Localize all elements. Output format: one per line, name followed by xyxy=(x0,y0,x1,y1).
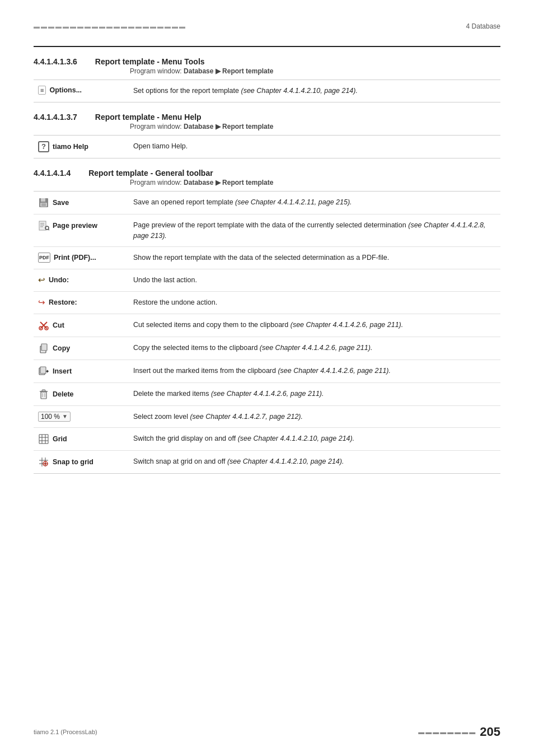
svg-rect-18 xyxy=(41,392,46,399)
section-heading-1: 4.4.1.4.1.3.7 Report template - Menu Hel… xyxy=(34,113,500,122)
row-label-1-0: tiamo Help xyxy=(53,143,88,151)
cell-left-2-11: Snap to grid xyxy=(34,455,129,469)
table-row: InsertInsert out the marked items from t… xyxy=(34,360,500,383)
svg-rect-4 xyxy=(39,221,46,230)
save-icon xyxy=(38,197,49,208)
table-row: ?tiamo HelpOpen tiamo Help. xyxy=(34,136,500,158)
table-row: ≡Options...Set options for the report te… xyxy=(34,80,500,102)
section-heading-2: 4.4.1.4.1.4 Report template - General to… xyxy=(34,169,500,178)
row-label-2-11: Snap to grid xyxy=(53,458,93,466)
insert-icon xyxy=(38,366,49,377)
chapter-label: 4 Database xyxy=(466,22,500,30)
svg-line-9 xyxy=(48,229,49,230)
question-icon: ? xyxy=(38,141,49,152)
pdf-icon: PDF xyxy=(38,253,50,263)
row-label-2-1: Page preview xyxy=(53,222,97,230)
svg-rect-17 xyxy=(40,367,46,374)
section-number-1: 4.4.1.4.1.3.7 xyxy=(34,113,77,122)
cell-right-2-1: Page preview of the report template with… xyxy=(129,219,500,242)
footer: tiamo 2.1 (ProcessLab) ▬▬▬▬▬▬▬▬ 205 xyxy=(34,725,500,739)
top-dots: ▬▬▬▬▬▬▬▬▬▬▬▬▬▬▬▬▬▬▬▬▬ xyxy=(34,23,186,30)
cell-left-2-4: ↪Restore: xyxy=(34,296,129,309)
page-number: 205 xyxy=(480,725,500,739)
row-label-2-5: Cut xyxy=(53,321,64,329)
table-row: ↪Restore:Restore the undone action. xyxy=(34,292,500,314)
cell-right-2-10: Switch the grid display on and off (see … xyxy=(129,432,500,445)
svg-rect-5 xyxy=(40,223,44,224)
snap-icon xyxy=(38,456,49,468)
row-label-2-2: Print (PDF)... xyxy=(54,254,96,262)
svg-rect-3 xyxy=(41,203,46,206)
section-title-2: Report template - General toolbar xyxy=(88,169,213,178)
row-label-0-0: Options... xyxy=(49,86,82,94)
cell-left-2-5: Cut xyxy=(34,319,129,332)
sections-container: 4.4.1.4.1.3.6 Report template - Menu Too… xyxy=(34,57,500,474)
table-row: Snap to gridSwitch snap at grid on and o… xyxy=(34,451,500,473)
table-row: 100 %▼Select zoom level (see Chapter 4.4… xyxy=(34,406,500,428)
row-label-2-6: Copy xyxy=(53,344,70,352)
cell-right-2-6: Copy the selected items to the clipboard… xyxy=(129,342,500,354)
options-icon: ≡ xyxy=(38,86,46,95)
cell-left-2-0: Save xyxy=(34,196,129,209)
cell-left-1-0: ?tiamo Help xyxy=(34,140,129,153)
table-row: Page previewPage preview of the report t… xyxy=(34,214,500,248)
section-number-2: 4.4.1.4.1.4 xyxy=(34,169,71,178)
cell-left-2-10: Grid xyxy=(34,432,129,446)
table-row: PDFPrint (PDF)...Show the report templat… xyxy=(34,247,500,269)
table-row: CutCut selected items and copy them to t… xyxy=(34,314,500,337)
row-label-2-3: Undo: xyxy=(49,276,69,284)
svg-rect-6 xyxy=(40,225,44,226)
cell-left-2-2: PDFPrint (PDF)... xyxy=(34,251,129,264)
delete-icon xyxy=(38,389,49,400)
cell-right-2-3: Undo the last action. xyxy=(129,274,500,287)
undo-icon: ↩ xyxy=(38,275,45,285)
svg-rect-1 xyxy=(41,198,45,202)
top-bar: ▬▬▬▬▬▬▬▬▬▬▬▬▬▬▬▬▬▬▬▬▬ 4 Database xyxy=(34,22,500,30)
svg-point-36 xyxy=(44,463,46,465)
copy-icon xyxy=(38,343,49,354)
cell-left-2-3: ↩Undo: xyxy=(34,274,129,286)
top-divider xyxy=(34,46,500,47)
cell-right-2-0: Save an opened report template (see Chap… xyxy=(129,196,500,209)
cell-right-1-0: Open tiamo Help. xyxy=(129,140,500,153)
cut-icon xyxy=(38,320,49,331)
page: ▬▬▬▬▬▬▬▬▬▬▬▬▬▬▬▬▬▬▬▬▬ 4 Database 4.4.1.4… xyxy=(0,0,534,756)
footer-right: ▬▬▬▬▬▬▬▬ 205 xyxy=(418,725,500,739)
cell-right-2-4: Restore the undone action. xyxy=(129,296,500,309)
table-row: ↩Undo:Undo the last action. xyxy=(34,269,500,292)
table-row: GridSwitch the grid display on and off (… xyxy=(34,428,500,451)
cell-right-2-9: Select zoom level (see Chapter 4.4.1.4.2… xyxy=(129,410,500,423)
cell-left-2-6: Copy xyxy=(34,342,129,355)
cell-right-2-5: Cut selected items and copy them to the … xyxy=(129,319,500,332)
cell-left-2-7: Insert xyxy=(34,365,129,378)
cell-right-2-8: Delete the marked items (see Chapter 4.4… xyxy=(129,388,500,400)
cell-right-2-2: Show the report template with the data o… xyxy=(129,251,500,264)
section-heading-0: 4.4.1.4.1.3.6 Report template - Menu Too… xyxy=(34,57,500,66)
cell-left-2-9: 100 %▼ xyxy=(34,410,129,423)
footer-left: tiamo 2.1 (ProcessLab) xyxy=(34,729,97,735)
row-label-2-0: Save xyxy=(53,199,69,207)
section-subtitle-1: Program window: Database ▶ Report templa… xyxy=(130,123,500,130)
cell-right-0-0: Set options for the report template (see… xyxy=(129,85,500,97)
cell-right-2-11: Switch snap at grid on and off (see Chap… xyxy=(129,455,500,468)
table-row: SaveSave an opened report template (see … xyxy=(34,192,500,214)
section-number-0: 4.4.1.4.1.3.6 xyxy=(34,57,77,66)
section-subtitle-0: Program window: Database ▶ Report templa… xyxy=(130,67,500,75)
cell-left-2-1: Page preview xyxy=(34,219,129,232)
cell-right-2-7: Insert out the marked items from the cli… xyxy=(129,365,500,377)
row-label-2-10: Grid xyxy=(53,435,67,443)
row-label-2-8: Delete xyxy=(53,390,74,398)
section-title-0: Report template - Menu Tools xyxy=(95,57,205,66)
row-label-2-4: Restore: xyxy=(49,298,77,306)
cell-left-0-0: ≡Options... xyxy=(34,85,129,96)
section-table-1: ?tiamo HelpOpen tiamo Help. xyxy=(34,135,500,158)
section-table-2: SaveSave an opened report template (see … xyxy=(34,191,500,474)
svg-rect-15 xyxy=(41,344,47,351)
table-row: CopyCopy the selected items to the clipb… xyxy=(34,337,500,360)
table-row: DeleteDelete the marked items (see Chapt… xyxy=(34,383,500,406)
zoom-control[interactable]: 100 %▼ xyxy=(38,412,71,422)
row-label-2-7: Insert xyxy=(53,367,72,375)
preview-icon xyxy=(38,220,49,231)
section-table-0: ≡Options...Set options for the report te… xyxy=(34,80,500,102)
section-title-1: Report template - Menu Help xyxy=(95,113,202,122)
